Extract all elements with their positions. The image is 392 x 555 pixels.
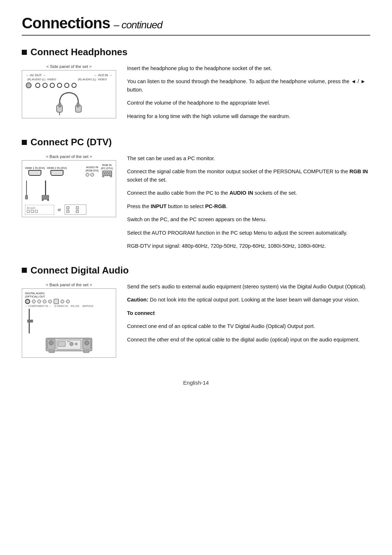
da-cable-group <box>27 309 113 333</box>
da-text-1: Send the set's audio to external audio e… <box>127 283 370 291</box>
hd-conn-1 <box>35 83 40 88</box>
pc-text-6: Select the AUTO PROGRAM function in the … <box>127 229 370 237</box>
svg-point-33 <box>75 343 77 345</box>
svg-rect-2 <box>59 103 61 107</box>
da-caution-bold: Caution: <box>127 297 148 303</box>
pc-hdmi2-box: HDMI 2 IN (DVI) <box>47 166 67 176</box>
da-ports-row <box>25 299 113 304</box>
section-heading-pc: Connect PC (DTV) <box>30 137 112 148</box>
hd-conn-4 <box>57 83 62 88</box>
pc-port-1 <box>27 210 30 213</box>
svg-point-27 <box>49 341 53 345</box>
pc-cable-unit-right <box>42 181 49 201</box>
pc-hdmi2-label: HDMI 2 IN (DVI) <box>47 166 67 170</box>
pc-hdmi1-box: HDMI 1 IN (DVI) <box>25 166 45 176</box>
da-text-4: Connect one end of an optical cable to t… <box>127 322 370 330</box>
pc-rgbin-box: RGB IN(PC-DTV) <box>101 163 113 178</box>
da-label-service: SERVICE <box>82 305 94 307</box>
svg-point-16 <box>105 175 106 175</box>
pc-audio-in-bold: AUDIO IN <box>229 190 253 196</box>
section-square-icon-da <box>22 268 27 273</box>
svg-point-11 <box>104 173 105 174</box>
svg-rect-21 <box>110 176 112 177</box>
pc-hdmi1-label: HDMI 1 IN (DVI) <box>25 166 45 170</box>
hd-top-labels: ← AV OUT → ← AV3 IN → <box>26 73 112 77</box>
pc-port-3 <box>35 210 38 213</box>
pc-input-bold: INPUT <box>151 203 167 209</box>
section-square-icon <box>22 50 27 55</box>
svg-point-13 <box>107 173 108 174</box>
da-label-svideo: S-VIDEO IN <box>54 305 68 307</box>
pc-pc-rgb-bold: PC-RGB <box>205 203 226 209</box>
pc-port-2 <box>31 210 34 213</box>
headphones-panel-label: < Side panel of the set > <box>22 64 116 69</box>
headphones-diagram: ← AV OUT → ← AV3 IN → (R) AUDIO (L) VIDE… <box>22 70 116 118</box>
pc-text-2: Connect the signal cable from the monito… <box>127 167 370 184</box>
svg-point-29 <box>85 341 89 345</box>
headphone-svg <box>54 90 83 115</box>
svg-rect-34 <box>67 341 70 342</box>
pc-rgbin-label: RGB IN(PC-DTV) <box>101 163 113 170</box>
svg-rect-24 <box>47 199 49 201</box>
pc-panel-label: < Back panel of the set > <box>22 154 116 159</box>
da-label-component: ← COMPONENT IN → <box>25 305 51 307</box>
pc-diagram-col: < Back panel of the set > HDMI 1 IN (DVI… <box>22 154 116 250</box>
da-optical-port <box>25 299 30 304</box>
da-port-7 <box>61 300 64 303</box>
hd-left-sub: (R) AUDIO (L) VIDEO <box>27 78 56 81</box>
hd-conn-2 <box>42 83 48 88</box>
da-sub-labels: ← COMPONENT IN → S-VIDEO IN RS-232 SERVI… <box>25 305 113 307</box>
headphones-text-4: Hearing for a long time with the high vo… <box>127 112 370 120</box>
hd-sub-labels: (R) AUDIO (L) VIDEO (R) AUDIO (L) VIDEO <box>26 78 112 81</box>
pc-diagram: HDMI 1 IN (DVI) HDMI 2 IN (DVI) AUDIO IN… <box>22 160 116 217</box>
page-title-section: Connections– continued <box>22 15 370 36</box>
da-to-connect-label: To connect <box>127 309 370 317</box>
pc-or-label: or <box>58 208 61 212</box>
da-port-5 <box>48 300 52 303</box>
da-port-8 <box>66 300 70 303</box>
svg-rect-35 <box>49 351 54 353</box>
pc-cable-unit-left <box>25 181 28 199</box>
section-heading-headphones: Connect Headphones <box>30 46 127 58</box>
hd-conn-5 <box>64 83 69 88</box>
pc-vga-plug-svg <box>42 195 49 201</box>
pc-audio-jack-r <box>90 173 94 177</box>
da-optical-cable-mid <box>29 323 30 333</box>
da-port-4 <box>43 300 46 303</box>
pc-sp-4 <box>76 210 79 213</box>
page-main-title: Connections– continued <box>22 15 370 32</box>
hd-conn-6 <box>72 83 77 88</box>
svg-point-12 <box>106 173 106 174</box>
svg-point-9 <box>109 172 109 173</box>
pc-audio-cable-line <box>26 181 27 195</box>
da-stereo-svg <box>45 336 93 355</box>
da-panel-label: < Back panel of the set > <box>22 283 116 287</box>
svg-rect-20 <box>102 176 104 177</box>
hd-headphone-jack <box>26 82 32 88</box>
svg-point-14 <box>109 173 110 174</box>
headphones-text-col: Insert the headphone plug to the headpho… <box>127 64 370 122</box>
section-heading-da: Connect Digital Audio <box>30 265 129 276</box>
pc-or-row: AV port or <box>25 204 113 215</box>
headphones-diagram-col: < Side panel of the set > ← AV OUT → ← A… <box>22 64 116 122</box>
pc-hdmi1-port <box>28 170 41 176</box>
da-text-2: Caution: Do not look into the optical ou… <box>127 296 370 304</box>
pc-vga-cable <box>42 181 49 201</box>
da-text-col: Send the set's audio to external audio e… <box>127 283 370 358</box>
svg-rect-23 <box>42 199 44 201</box>
pc-dashed-label: AV port <box>27 207 52 209</box>
pc-sp-2 <box>76 206 79 209</box>
da-optical-cable-top <box>29 309 30 320</box>
section-title-pc: Connect PC (DTV) <box>22 137 370 148</box>
svg-point-15 <box>103 175 104 175</box>
svg-point-6 <box>103 172 104 173</box>
da-stereo-system <box>25 336 113 355</box>
da-text-5: Connect the other end of the optical cab… <box>127 336 370 344</box>
pc-vga-cable-line <box>45 181 46 195</box>
hd-av3-in-label: ← AV3 IN → <box>94 73 112 77</box>
svg-rect-36 <box>83 351 89 353</box>
svg-point-32 <box>70 342 73 346</box>
da-port-6 <box>54 299 59 304</box>
svg-rect-22 <box>42 195 49 199</box>
title-continued: – continued <box>114 19 162 31</box>
